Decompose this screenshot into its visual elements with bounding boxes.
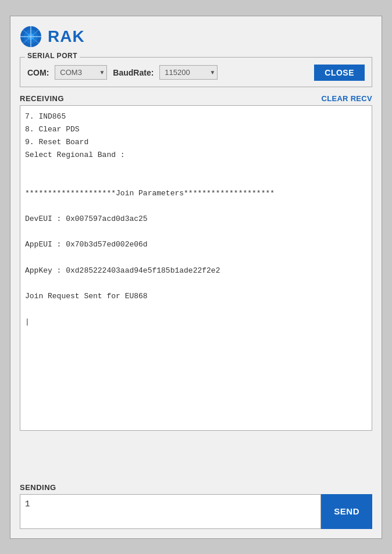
com-label: COM: bbox=[27, 68, 49, 77]
main-window: RAK SERIAL PORT COM: COM3 COM1 COM2 COM4… bbox=[10, 16, 382, 539]
baudrate-select-wrapper: 115200 9600 19200 38400 57600 ▼ bbox=[159, 65, 218, 80]
receiving-section: RECEIVING CLEAR RECV bbox=[20, 94, 372, 476]
com-select-wrapper: COM3 COM1 COM2 COM4 ▼ bbox=[55, 65, 107, 80]
header: RAK bbox=[20, 26, 372, 50]
serial-port-controls: COM: COM3 COM1 COM2 COM4 ▼ BaudRate: 115… bbox=[27, 65, 365, 81]
clear-recv-button[interactable]: CLEAR RECV bbox=[321, 94, 372, 103]
receiving-header: RECEIVING CLEAR RECV bbox=[20, 94, 372, 103]
com-select[interactable]: COM3 COM1 COM2 COM4 bbox=[55, 65, 107, 80]
rak-logo-icon bbox=[20, 26, 42, 48]
receiving-textarea[interactable] bbox=[20, 105, 372, 431]
send-button[interactable]: SEND bbox=[321, 494, 372, 529]
receiving-label: RECEIVING bbox=[20, 94, 64, 103]
serial-port-section: SERIAL PORT COM: COM3 COM1 COM2 COM4 ▼ B… bbox=[20, 57, 372, 87]
app-title: RAK bbox=[48, 27, 85, 46]
sending-label: SENDING bbox=[20, 483, 372, 492]
close-button[interactable]: CLOSE bbox=[314, 65, 365, 81]
baudrate-select[interactable]: 115200 9600 19200 38400 57600 bbox=[159, 65, 218, 80]
sending-row: SEND bbox=[20, 494, 372, 529]
sending-input[interactable] bbox=[20, 494, 321, 529]
sending-section: SENDING SEND bbox=[20, 483, 372, 529]
serial-port-legend: SERIAL PORT bbox=[25, 52, 80, 60]
baudrate-label: BaudRate: bbox=[113, 68, 154, 77]
